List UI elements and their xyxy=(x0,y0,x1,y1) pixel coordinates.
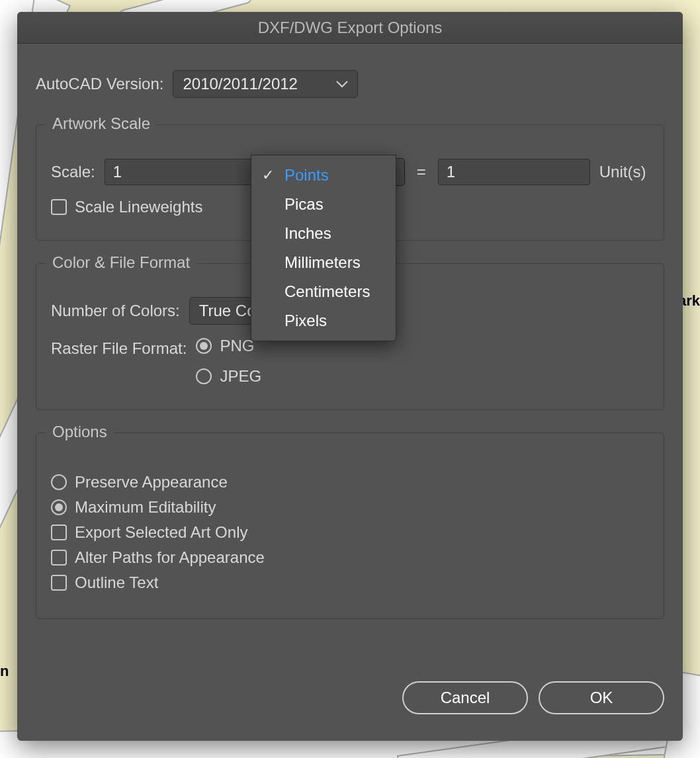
check-icon: ✓ xyxy=(261,167,275,184)
units-option-centimeters[interactable]: Centimeters xyxy=(251,277,396,306)
autocad-version-dropdown[interactable]: 2010/2011/2012 xyxy=(173,70,358,98)
dialog-title: DXF/DWG Export Options xyxy=(17,12,683,44)
units-label: Unit(s) xyxy=(599,163,646,181)
scale-label: Scale: xyxy=(51,163,95,181)
outline-text-checkbox[interactable] xyxy=(51,575,67,591)
autocad-version-label: AutoCAD Version: xyxy=(36,75,163,93)
section-title-options: Options xyxy=(46,423,114,441)
raster-png-label: PNG xyxy=(220,337,254,355)
export-dialog: DXF/DWG Export Options AutoCAD Version: … xyxy=(17,12,683,741)
maximum-editability-radio[interactable] xyxy=(51,499,67,515)
number-of-colors-dropdown[interactable]: True Co xyxy=(189,297,255,325)
autocad-version-value: 2010/2011/2012 xyxy=(183,75,298,93)
scale-lineweights-checkbox[interactable] xyxy=(51,199,67,215)
scale-input[interactable] xyxy=(105,159,257,185)
scale-result-input[interactable] xyxy=(438,159,590,185)
outline-text-label: Outline Text xyxy=(75,573,158,592)
scale-lineweights-label: Scale Lineweights xyxy=(75,198,202,216)
raster-jpeg-label: JPEG xyxy=(220,367,261,386)
raster-file-format-label: Raster File Format: xyxy=(51,337,187,358)
export-selected-art-label: Export Selected Art Only xyxy=(75,523,247,542)
units-option-pixels[interactable]: Pixels xyxy=(251,306,396,335)
preserve-appearance-label: Preserve Appearance xyxy=(75,473,228,491)
units-option-millimeters[interactable]: Millimeters xyxy=(251,248,396,277)
equals-sign: = xyxy=(414,163,429,181)
section-options: Options Preserve Appearance Maximum Edit… xyxy=(36,433,664,619)
units-option-points[interactable]: ✓ Points xyxy=(251,161,396,190)
alter-paths-checkbox[interactable] xyxy=(51,550,67,566)
number-of-colors-label: Number of Colors: xyxy=(51,302,180,320)
raster-jpeg-radio[interactable] xyxy=(196,368,212,384)
ok-button[interactable]: OK xyxy=(539,681,664,714)
raster-png-radio[interactable] xyxy=(196,338,212,354)
chevron-down-icon xyxy=(336,80,348,88)
bg-text-left: n xyxy=(0,663,9,680)
export-selected-art-checkbox[interactable] xyxy=(51,525,67,540)
preserve-appearance-radio[interactable] xyxy=(51,474,67,490)
maximum-editability-label: Maximum Editability xyxy=(75,498,216,517)
section-title-artwork: Artwork Scale xyxy=(46,114,157,133)
number-of-colors-value: True Co xyxy=(199,302,255,320)
cancel-button[interactable]: Cancel xyxy=(402,681,528,714)
units-option-picas[interactable]: Picas xyxy=(251,190,396,219)
alter-paths-label: Alter Paths for Appearance xyxy=(75,548,265,567)
units-dropdown-menu: ✓ Points Picas Inches Millimeters xyxy=(251,155,396,341)
section-title-colorfile: Color & File Format xyxy=(46,253,197,272)
units-option-inches[interactable]: Inches xyxy=(251,219,396,248)
section-artwork-scale: Artwork Scale Scale: Points = Unit(s) Sc… xyxy=(36,124,664,241)
